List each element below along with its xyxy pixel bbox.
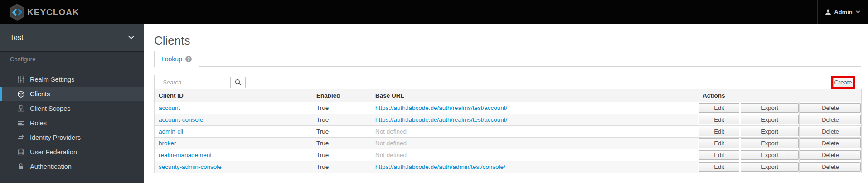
chevron-down-icon [128, 36, 134, 40]
sidebar-item-realm-settings[interactable]: Realm Settings [0, 72, 144, 87]
search-input[interactable] [159, 77, 229, 88]
export-button[interactable]: Export [741, 103, 799, 113]
base-url-not-defined: Not defined [375, 128, 407, 135]
client-id-link[interactable]: security-admin-console [159, 163, 222, 170]
top-navbar: KEYCLOAK Admin [0, 0, 868, 24]
enabled-value: True [312, 102, 371, 114]
client-id-link[interactable]: realm-management [159, 152, 212, 158]
client-id-link[interactable]: broker [159, 140, 176, 147]
delete-button[interactable]: Delete [800, 162, 861, 172]
enabled-value: True [312, 138, 371, 149]
user-menu-label: Admin [834, 9, 852, 15]
base-url-link[interactable]: https://auth.labcode.de/auth/admin/test/… [375, 163, 505, 170]
edit-button[interactable]: Edit [699, 103, 739, 113]
table-toolbar: Create [154, 75, 861, 89]
clients-table: Client ID Enabled Base URL Actions accou… [154, 89, 862, 173]
keycloak-admin-console: KEYCLOAK Admin Test Configure [0, 0, 868, 183]
table-row: security-admin-console True https://auth… [155, 161, 862, 173]
enabled-value: True [312, 161, 371, 173]
main-content: Clients Lookup ? Creat [144, 24, 868, 183]
create-button[interactable]: Create [833, 78, 853, 87]
enabled-value: True [312, 149, 371, 161]
client-id-link[interactable]: account-console [159, 116, 203, 123]
delete-button[interactable]: Delete [800, 115, 861, 124]
sidebar-item-authentication[interactable]: Authentication [0, 159, 144, 174]
clients-table-panel: Create Client ID Enabled Base URL Action… [154, 75, 861, 173]
edit-button[interactable]: Edit [699, 115, 739, 124]
export-button[interactable]: Export [741, 115, 799, 124]
user-icon [825, 9, 831, 15]
exchange-icon [17, 134, 25, 142]
delete-button[interactable]: Delete [800, 150, 861, 160]
sidebar-nav: Realm Settings Clients Client Scope [0, 72, 144, 174]
cube-icon [17, 90, 25, 98]
column-header-base-url: Base URL [371, 89, 698, 102]
realm-selector[interactable]: Test [0, 24, 144, 52]
search-button[interactable] [230, 77, 246, 88]
column-header-client-id: Client ID [155, 89, 312, 102]
tab-lookup-label: Lookup [161, 55, 182, 63]
cubes-icon [17, 105, 25, 113]
sidebar-item-client-scopes[interactable]: Client Scopes [0, 101, 144, 116]
sidebar-item-label: Realm Settings [30, 76, 74, 83]
sidebar-item-roles[interactable]: Roles [0, 116, 144, 130]
base-url-link[interactable]: https://auth.labcode.de/auth/realms/test… [375, 116, 507, 123]
edit-button[interactable]: Edit [699, 127, 739, 136]
base-url-not-defined: Not defined [375, 152, 407, 158]
delete-button[interactable]: Delete [800, 138, 861, 148]
keycloak-logo[interactable]: KEYCLOAK [9, 0, 79, 24]
export-button[interactable]: Export [741, 150, 799, 160]
export-button[interactable]: Export [741, 127, 799, 136]
sidebar-section-configure: Configure [10, 56, 35, 63]
database-icon [17, 148, 25, 156]
page-title: Clients [154, 34, 190, 48]
enabled-value: True [312, 114, 371, 126]
sidebar: Test Configure Realm Settings [0, 24, 144, 183]
edit-button[interactable]: Edit [699, 150, 739, 160]
table-row: broker True Not defined Edit Export Dele… [155, 138, 862, 149]
sliders-icon [17, 76, 25, 84]
lock-icon [17, 163, 25, 171]
sidebar-item-label: Authentication [30, 163, 72, 170]
client-id-link[interactable]: admin-cli [159, 128, 183, 135]
enabled-value: True [312, 126, 371, 138]
sidebar-item-label: Client Scopes [30, 105, 70, 112]
tab-bar: Lookup ? [154, 51, 861, 67]
create-button-highlight: Create [831, 76, 855, 89]
user-menu[interactable]: Admin [817, 0, 868, 24]
chevron-down-icon [856, 10, 860, 14]
roles-icon [17, 119, 25, 127]
base-url-link[interactable]: https://auth.labcode.de/auth/realms/test… [375, 104, 507, 111]
export-button[interactable]: Export [741, 138, 799, 148]
search-icon [235, 79, 242, 86]
delete-button[interactable]: Delete [800, 103, 861, 113]
column-header-actions: Actions [698, 89, 862, 102]
sidebar-item-clients[interactable]: Clients [0, 87, 144, 101]
table-row: realm-management True Not defined Edit E… [155, 149, 862, 161]
sidebar-item-user-federation[interactable]: User Federation [0, 145, 144, 159]
keycloak-hexagon-icon [9, 3, 25, 21]
help-icon[interactable]: ? [185, 56, 192, 62]
sidebar-item-label: Clients [30, 90, 50, 98]
sidebar-item-label: Identity Providers [30, 134, 81, 141]
sidebar-item-label: Roles [30, 119, 47, 127]
keycloak-logo-text: KEYCLOAK [27, 7, 79, 17]
client-id-link[interactable]: account [159, 104, 180, 111]
table-row: account True https://auth.labcode.de/aut… [155, 102, 862, 114]
table-row: admin-cli True Not defined Edit Export D… [155, 126, 862, 138]
sidebar-item-identity-providers[interactable]: Identity Providers [0, 130, 144, 145]
export-button[interactable]: Export [741, 162, 799, 172]
table-header-row: Client ID Enabled Base URL Actions [155, 89, 862, 102]
edit-button[interactable]: Edit [699, 162, 739, 172]
sidebar-item-label: User Federation [30, 148, 77, 156]
realm-name: Test [10, 34, 23, 42]
delete-button[interactable]: Delete [800, 127, 861, 136]
table-row: account-console True https://auth.labcod… [155, 114, 862, 126]
column-header-enabled: Enabled [312, 89, 371, 102]
edit-button[interactable]: Edit [699, 138, 739, 148]
tab-lookup[interactable]: Lookup ? [154, 51, 199, 67]
base-url-not-defined: Not defined [375, 140, 407, 147]
